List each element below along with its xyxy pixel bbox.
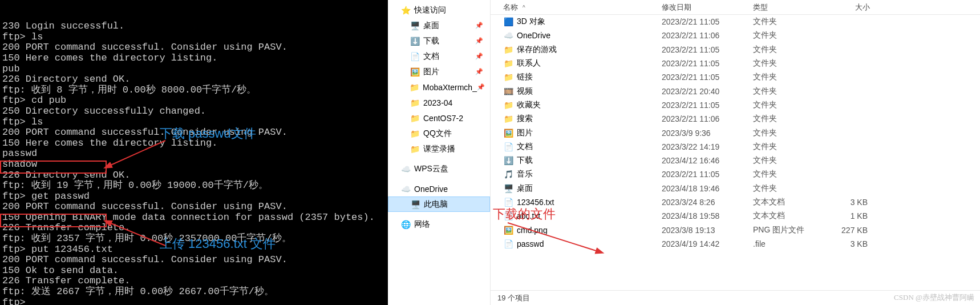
- file-name: 文档: [517, 142, 533, 152]
- file-date: 2023/4/18 19:46: [662, 184, 753, 193]
- file-icon: ☁️: [503, 30, 513, 41]
- file-row[interactable]: 📄abc.txt 2023/4/18 19:58 文本文档 1 KB: [491, 209, 980, 223]
- nav-item[interactable]: 📁2023-04: [388, 95, 490, 110]
- file-icon: 📄: [503, 142, 513, 152]
- file-icon: 📁: [503, 114, 513, 124]
- pin-icon: 📌: [475, 68, 483, 75]
- col-name[interactable]: 名称^: [491, 2, 662, 13]
- file-icon: 📁: [503, 72, 513, 82]
- terminal-line: 150 Opening BINARY mode data connection …: [2, 212, 386, 223]
- file-name: 收藏夹: [517, 100, 541, 110]
- nav-label: OneDrive: [414, 184, 448, 194]
- file-row[interactable]: 📁保存的游戏 2023/2/21 11:05 文件夹: [491, 43, 980, 57]
- file-name: abc.txt: [517, 211, 540, 220]
- terminal-line: pub: [2, 64, 386, 75]
- file-date: 2023/4/18 19:58: [662, 211, 753, 220]
- nav-quick-access[interactable]: ⭐ 快速访问: [388, 2, 490, 18]
- nav-item[interactable]: 📄文档📌: [388, 49, 490, 64]
- terminal-line: passwd: [2, 149, 386, 159]
- terminal-line: 200 PORT command successful. Consider us…: [2, 127, 386, 138]
- file-date: 2023/3/22 14:19: [662, 142, 753, 151]
- file-type: PNG 图片文件: [753, 225, 830, 235]
- file-name: 图片: [517, 128, 533, 138]
- file-icon: 🖥️: [503, 183, 513, 194]
- file-list-pane: 名称^ 修改日期 类型 大小 🟦3D 对象 2023/2/21 11:05 文件…: [491, 0, 980, 305]
- file-type: 文件夹: [753, 100, 830, 110]
- file-name: 联系人: [517, 58, 541, 69]
- file-icon: 📄: [503, 211, 513, 221]
- nav-wps[interactable]: ☁️ WPS云盘: [388, 161, 490, 176]
- file-type: 文件夹: [753, 58, 830, 69]
- file-row[interactable]: ☁️OneDrive 2023/2/21 11:06 文件夹: [491, 29, 980, 42]
- file-name: 视频: [517, 86, 533, 97]
- file-type: 文件夹: [753, 128, 830, 138]
- file-size: 227 KB: [830, 226, 870, 235]
- nav-item[interactable]: 📁课堂录播: [388, 141, 490, 156]
- nav-label: 桌面: [423, 21, 439, 31]
- file-date: 2023/2/21 11:06: [662, 114, 753, 123]
- terminal-line: 200 PORT command successful. Consider us…: [2, 42, 386, 53]
- terminal-line: shadow: [2, 159, 386, 170]
- col-date[interactable]: 修改日期: [662, 2, 753, 13]
- pin-icon: 📌: [475, 53, 483, 60]
- terminal-line: 150 Ok to send data.: [2, 266, 386, 276]
- file-row[interactable]: 📄文档 2023/3/22 14:19 文件夹: [491, 140, 980, 154]
- file-row[interactable]: ⬇️下载 2023/4/12 16:46 文件夹: [491, 154, 980, 167]
- nav-network[interactable]: 🌐 网络: [388, 216, 490, 232]
- nav-onedrive[interactable]: ☁️ OneDrive: [388, 181, 490, 196]
- folder-icon: 🖼️: [410, 67, 420, 77]
- file-rows[interactable]: 🟦3D 对象 2023/2/21 11:05 文件夹 ☁️OneDrive 20…: [491, 15, 980, 290]
- file-type: 文件夹: [753, 183, 830, 194]
- file-name: 搜索: [517, 114, 533, 124]
- nav-item[interactable]: 📁MobaXtermch_📌: [388, 79, 490, 95]
- file-row[interactable]: 📁联系人 2023/2/21 11:05 文件夹: [491, 57, 980, 70]
- terminal-line: 226 Transfer complete.: [2, 276, 386, 287]
- file-name: 123456.txt: [517, 198, 554, 207]
- file-icon: 📄: [503, 197, 513, 207]
- file-row[interactable]: 📁链接 2023/2/21 11:05 文件夹: [491, 70, 980, 84]
- file-row[interactable]: 🎞️视频 2023/2/21 20:40 文件夹: [491, 84, 980, 98]
- terminal-line: 226 Directory send OK.: [2, 74, 386, 85]
- folder-icon: 📁: [410, 144, 420, 154]
- file-type: 文件夹: [753, 169, 830, 179]
- nav-label: 文档: [423, 51, 439, 62]
- file-icon: 📁: [503, 100, 513, 110]
- nav-item[interactable]: 📁CentOS7-2: [388, 110, 490, 126]
- file-row[interactable]: 🟦3D 对象 2023/2/21 11:05 文件夹: [491, 15, 980, 29]
- nav-item[interactable]: 🖼️图片📌: [388, 64, 490, 79]
- file-date: 2023/2/21 11:06: [662, 31, 753, 40]
- file-size: 3 KB: [830, 198, 870, 207]
- nav-item[interactable]: 📁QQ文件: [388, 126, 490, 141]
- file-row[interactable]: 🖥️桌面 2023/4/18 19:46 文件夹: [491, 182, 980, 195]
- col-size[interactable]: 大小: [830, 2, 870, 13]
- terminal-line: ftp> ls: [2, 32, 386, 43]
- col-type[interactable]: 类型: [753, 2, 830, 13]
- file-name: OneDrive: [517, 31, 550, 40]
- file-row[interactable]: 🖼️cmd.png 2023/3/8 19:13 PNG 图片文件 227 KB: [491, 223, 980, 236]
- file-date: 2023/2/21 11:05: [662, 45, 753, 54]
- folder-icon: 📁: [410, 98, 420, 108]
- file-type: 文件夹: [753, 86, 830, 97]
- file-name: passwd: [517, 239, 544, 248]
- column-headers[interactable]: 名称^ 修改日期 类型 大小: [491, 0, 980, 15]
- file-row[interactable]: 🎵音乐 2023/2/21 11:05 文件夹: [491, 167, 980, 181]
- pin-icon: 📌: [475, 22, 483, 29]
- file-row[interactable]: 📄123456.txt 2023/3/24 8:26 文本文档 3 KB: [491, 195, 980, 209]
- file-row[interactable]: 📁搜索 2023/2/21 11:06 文件夹: [491, 112, 980, 126]
- file-date: 2023/3/9 9:36: [662, 129, 753, 138]
- file-row[interactable]: 📄passwd 2023/4/19 14:42 .file 3 KB: [491, 237, 980, 251]
- terminal-line: ftp: 收到 19 字节，用时 0.00秒 19000.00千字节/秒。: [2, 180, 386, 191]
- file-row[interactable]: 📁收藏夹 2023/2/21 11:05 文件夹: [491, 98, 980, 112]
- file-icon: 📁: [503, 58, 513, 69]
- terminal-line: ftp: 收到 2357 字节，用时 0.00秒 2357000.00千字节/秒…: [2, 234, 386, 244]
- file-row[interactable]: 🖼️图片 2023/3/9 9:36 文件夹: [491, 126, 980, 139]
- terminal-line: 150 Here comes the directory listing.: [2, 138, 386, 149]
- nav-item[interactable]: 🖥️桌面📌: [388, 18, 490, 33]
- nav-label: 网络: [414, 219, 430, 230]
- terminal-pane[interactable]: 230 Login successful.ftp> ls200 PORT com…: [0, 0, 388, 305]
- nav-thispc[interactable]: 🖥️ 此电脑: [388, 196, 490, 212]
- nav-pane[interactable]: ⭐ 快速访问 🖥️桌面📌⬇️下载📌📄文档📌🖼️图片📌📁MobaXtermch_📌…: [388, 0, 491, 305]
- nav-label: 下载: [423, 36, 439, 46]
- terminal-line: 230 Login successful.: [2, 21, 386, 32]
- nav-item[interactable]: ⬇️下载📌: [388, 33, 490, 49]
